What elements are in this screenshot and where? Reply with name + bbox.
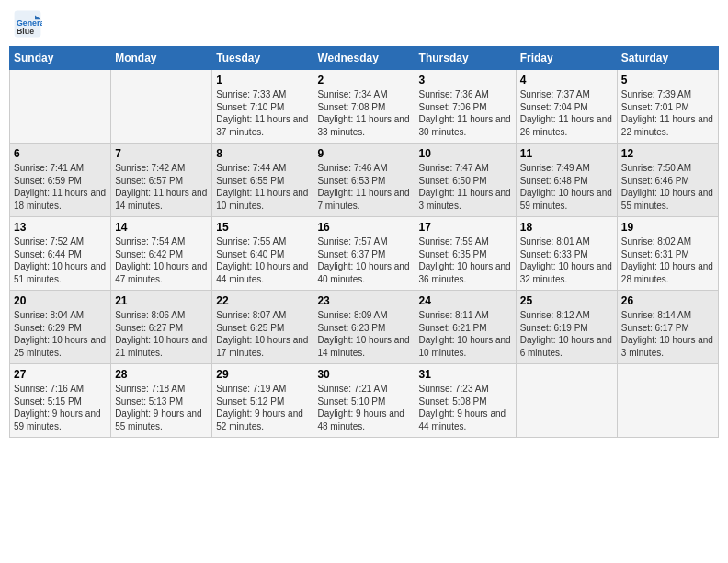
day-number: 28 — [115, 368, 208, 381]
day-cell: 26Sunrise: 8:14 AM Sunset: 6:17 PM Dayli… — [617, 291, 718, 364]
page-header: General Blue — [9, 9, 719, 39]
day-cell: 22Sunrise: 8:07 AM Sunset: 6:25 PM Dayli… — [212, 291, 313, 364]
day-cell — [10, 70, 111, 144]
day-number: 18 — [520, 221, 613, 234]
day-info: Sunrise: 7:33 AM Sunset: 7:10 PM Dayligh… — [216, 88, 309, 138]
day-info: Sunrise: 7:36 AM Sunset: 7:06 PM Dayligh… — [419, 88, 512, 138]
day-info: Sunrise: 7:21 AM Sunset: 5:10 PM Dayligh… — [317, 383, 410, 432]
day-number: 31 — [419, 368, 512, 381]
day-number: 30 — [317, 368, 410, 381]
day-number: 21 — [115, 294, 208, 307]
day-info: Sunrise: 7:37 AM Sunset: 7:04 PM Dayligh… — [520, 88, 613, 138]
day-number: 5 — [621, 74, 714, 86]
weekday-header-tuesday: Tuesday — [212, 47, 313, 70]
day-cell: 11Sunrise: 7:49 AM Sunset: 6:48 PM Dayli… — [516, 144, 617, 217]
day-number: 15 — [216, 221, 309, 234]
day-info: Sunrise: 8:09 AM Sunset: 6:23 PM Dayligh… — [317, 309, 410, 359]
day-cell — [617, 364, 718, 438]
day-info: Sunrise: 7:34 AM Sunset: 7:08 PM Dayligh… — [317, 88, 410, 138]
day-info: Sunrise: 7:39 AM Sunset: 7:01 PM Dayligh… — [621, 88, 714, 138]
day-number: 24 — [419, 294, 512, 307]
day-info: Sunrise: 7:16 AM Sunset: 5:15 PM Dayligh… — [14, 383, 107, 432]
day-number: 6 — [14, 147, 107, 160]
week-row-3: 13Sunrise: 7:52 AM Sunset: 6:44 PM Dayli… — [10, 217, 719, 291]
day-info: Sunrise: 8:02 AM Sunset: 6:31 PM Dayligh… — [621, 236, 714, 285]
day-info: Sunrise: 7:46 AM Sunset: 6:53 PM Dayligh… — [317, 162, 410, 212]
day-cell: 3Sunrise: 7:36 AM Sunset: 7:06 PM Daylig… — [415, 70, 516, 144]
day-cell: 15Sunrise: 7:55 AM Sunset: 6:40 PM Dayli… — [212, 217, 313, 291]
weekday-header-friday: Friday — [516, 47, 617, 70]
day-info: Sunrise: 8:01 AM Sunset: 6:33 PM Dayligh… — [520, 236, 613, 285]
day-number: 2 — [317, 74, 410, 86]
day-info: Sunrise: 7:55 AM Sunset: 6:40 PM Dayligh… — [216, 236, 309, 285]
day-cell: 12Sunrise: 7:50 AM Sunset: 6:46 PM Dayli… — [617, 144, 718, 217]
day-number: 29 — [216, 368, 309, 381]
day-number: 13 — [14, 221, 107, 234]
svg-text:Blue: Blue — [17, 27, 34, 36]
week-row-5: 27Sunrise: 7:16 AM Sunset: 5:15 PM Dayli… — [10, 364, 719, 438]
day-cell: 8Sunrise: 7:44 AM Sunset: 6:55 PM Daylig… — [212, 144, 313, 217]
day-cell: 21Sunrise: 8:06 AM Sunset: 6:27 PM Dayli… — [111, 291, 212, 364]
day-cell: 24Sunrise: 8:11 AM Sunset: 6:21 PM Dayli… — [415, 291, 516, 364]
day-cell: 6Sunrise: 7:41 AM Sunset: 6:59 PM Daylig… — [10, 144, 111, 217]
day-info: Sunrise: 7:59 AM Sunset: 6:35 PM Dayligh… — [419, 236, 512, 285]
day-info: Sunrise: 8:11 AM Sunset: 6:21 PM Dayligh… — [419, 309, 512, 359]
calendar-table: SundayMondayTuesdayWednesdayThursdayFrid… — [9, 46, 719, 438]
day-number: 22 — [216, 294, 309, 307]
day-number: 14 — [115, 221, 208, 234]
day-cell: 30Sunrise: 7:21 AM Sunset: 5:10 PM Dayli… — [313, 364, 415, 438]
week-row-1: 1Sunrise: 7:33 AM Sunset: 7:10 PM Daylig… — [10, 70, 719, 144]
day-number: 8 — [216, 147, 309, 160]
day-info: Sunrise: 7:42 AM Sunset: 6:57 PM Dayligh… — [115, 162, 208, 212]
day-info: Sunrise: 7:44 AM Sunset: 6:55 PM Dayligh… — [216, 162, 309, 212]
day-cell — [516, 364, 617, 438]
day-cell: 7Sunrise: 7:42 AM Sunset: 6:57 PM Daylig… — [111, 144, 212, 217]
day-info: Sunrise: 8:07 AM Sunset: 6:25 PM Dayligh… — [216, 309, 309, 359]
day-cell: 31Sunrise: 7:23 AM Sunset: 5:08 PM Dayli… — [415, 364, 516, 438]
weekday-header-row: SundayMondayTuesdayWednesdayThursdayFrid… — [10, 47, 719, 70]
day-cell: 20Sunrise: 8:04 AM Sunset: 6:29 PM Dayli… — [10, 291, 111, 364]
day-info: Sunrise: 7:41 AM Sunset: 6:59 PM Dayligh… — [14, 162, 107, 212]
day-cell: 28Sunrise: 7:18 AM Sunset: 5:13 PM Dayli… — [111, 364, 212, 438]
day-number: 17 — [419, 221, 512, 234]
week-row-4: 20Sunrise: 8:04 AM Sunset: 6:29 PM Dayli… — [10, 291, 719, 364]
weekday-header-saturday: Saturday — [617, 47, 718, 70]
day-cell: 1Sunrise: 7:33 AM Sunset: 7:10 PM Daylig… — [212, 70, 313, 144]
day-number: 4 — [520, 74, 613, 86]
day-number: 25 — [520, 294, 613, 307]
day-number: 20 — [14, 294, 107, 307]
day-cell — [111, 70, 212, 144]
day-info: Sunrise: 7:57 AM Sunset: 6:37 PM Dayligh… — [317, 236, 410, 285]
day-info: Sunrise: 7:19 AM Sunset: 5:12 PM Dayligh… — [216, 383, 309, 432]
week-row-2: 6Sunrise: 7:41 AM Sunset: 6:59 PM Daylig… — [10, 144, 719, 217]
day-number: 10 — [419, 147, 512, 160]
day-cell: 25Sunrise: 8:12 AM Sunset: 6:19 PM Dayli… — [516, 291, 617, 364]
day-info: Sunrise: 7:49 AM Sunset: 6:48 PM Dayligh… — [520, 162, 613, 212]
day-info: Sunrise: 7:54 AM Sunset: 6:42 PM Dayligh… — [115, 236, 208, 285]
day-cell: 27Sunrise: 7:16 AM Sunset: 5:15 PM Dayli… — [10, 364, 111, 438]
day-info: Sunrise: 7:52 AM Sunset: 6:44 PM Dayligh… — [14, 236, 107, 285]
logo: General Blue — [13, 9, 46, 39]
day-cell: 5Sunrise: 7:39 AM Sunset: 7:01 PM Daylig… — [617, 70, 718, 144]
logo-icon: General Blue — [13, 9, 42, 39]
day-info: Sunrise: 7:23 AM Sunset: 5:08 PM Dayligh… — [419, 383, 512, 432]
weekday-header-monday: Monday — [111, 47, 212, 70]
day-cell: 18Sunrise: 8:01 AM Sunset: 6:33 PM Dayli… — [516, 217, 617, 291]
day-cell: 16Sunrise: 7:57 AM Sunset: 6:37 PM Dayli… — [313, 217, 415, 291]
day-cell: 14Sunrise: 7:54 AM Sunset: 6:42 PM Dayli… — [111, 217, 212, 291]
weekday-header-thursday: Thursday — [415, 47, 516, 70]
day-cell: 4Sunrise: 7:37 AM Sunset: 7:04 PM Daylig… — [516, 70, 617, 144]
day-number: 12 — [621, 147, 714, 160]
day-info: Sunrise: 7:50 AM Sunset: 6:46 PM Dayligh… — [621, 162, 714, 212]
day-number: 7 — [115, 147, 208, 160]
day-number: 3 — [419, 74, 512, 86]
day-info: Sunrise: 8:04 AM Sunset: 6:29 PM Dayligh… — [14, 309, 107, 359]
day-number: 23 — [317, 294, 410, 307]
day-number: 16 — [317, 221, 410, 234]
weekday-header-sunday: Sunday — [10, 47, 111, 70]
day-cell: 19Sunrise: 8:02 AM Sunset: 6:31 PM Dayli… — [617, 217, 718, 291]
day-info: Sunrise: 8:12 AM Sunset: 6:19 PM Dayligh… — [520, 309, 613, 359]
day-info: Sunrise: 7:47 AM Sunset: 6:50 PM Dayligh… — [419, 162, 512, 212]
day-number: 27 — [14, 368, 107, 381]
day-info: Sunrise: 8:14 AM Sunset: 6:17 PM Dayligh… — [621, 309, 714, 359]
